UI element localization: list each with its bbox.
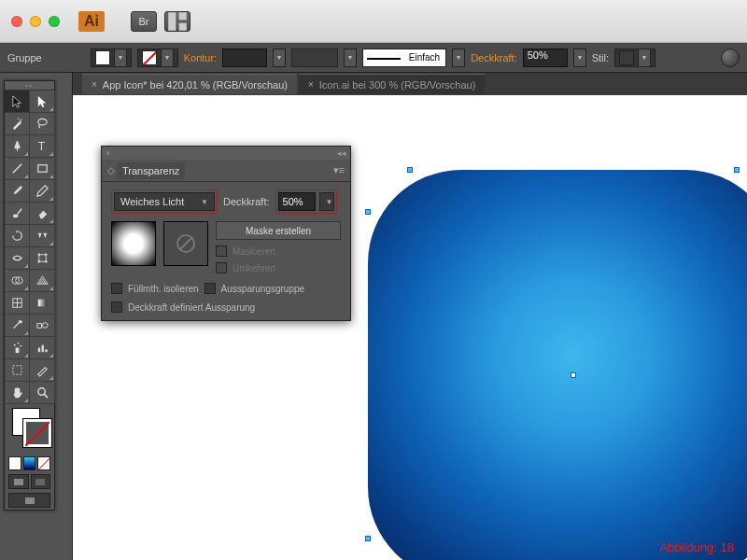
panel-opacity-input[interactable]: 50% — [278, 192, 316, 211]
transparency-panel: × ◂◂ ◇ Transparenz ▾≡ Weiches Licht ▼ De… — [101, 146, 351, 321]
eraser-tool[interactable] — [30, 203, 55, 225]
svg-point-12 — [45, 254, 47, 256]
document-tab-label: App Icon* bei 420,01 % (RGB/Vorschau) — [103, 79, 288, 91]
lasso-tool[interactable] — [30, 113, 55, 135]
zoom-tool[interactable] — [30, 382, 55, 404]
chevron-down-icon[interactable]: ▾ — [273, 49, 286, 67]
perspective-grid-tool[interactable] — [30, 270, 55, 292]
shape-builder-tool[interactable] — [5, 270, 30, 292]
center-point[interactable] — [571, 372, 576, 378]
draw-behind-icon[interactable] — [31, 474, 51, 489]
stroke-color-swatch[interactable] — [23, 419, 51, 447]
eyedropper-tool[interactable] — [5, 315, 30, 337]
close-panel-icon[interactable]: × — [106, 148, 110, 158]
pencil-tool[interactable] — [30, 180, 55, 203]
close-window-icon[interactable] — [11, 16, 22, 27]
style-swatch — [619, 50, 634, 65]
gradient-tool[interactable] — [30, 292, 55, 315]
arrange-documents-button[interactable] — [164, 11, 190, 32]
type-tool[interactable]: T — [30, 135, 55, 158]
svg-rect-20 — [37, 300, 46, 307]
svg-point-22 — [42, 323, 48, 329]
color-mode-gradient[interactable] — [23, 456, 36, 470]
close-tab-icon[interactable]: × — [92, 79, 97, 90]
opacity-dropdown[interactable]: ▼ — [319, 192, 334, 211]
cycle-panel-icon[interactable]: ◇ — [107, 165, 113, 175]
rectangle-tool[interactable] — [30, 158, 55, 180]
slice-tool[interactable] — [30, 359, 55, 382]
direct-selection-tool[interactable] — [30, 91, 55, 113]
reflect-tool[interactable] — [30, 225, 55, 247]
make-mask-button[interactable]: Maske erstellen — [216, 221, 341, 240]
style-swatch-well[interactable]: ▾ — [614, 49, 655, 67]
column-graph-tool[interactable] — [30, 337, 55, 359]
fill-swatch-well[interactable]: ▾ — [91, 49, 132, 67]
free-transform-tool[interactable] — [30, 247, 55, 270]
pen-tool[interactable] — [5, 135, 30, 158]
anchor-point[interactable] — [365, 209, 371, 215]
svg-line-34 — [180, 238, 191, 249]
minimize-window-icon[interactable] — [30, 16, 41, 27]
svg-point-11 — [37, 254, 39, 256]
anchor-point[interactable] — [365, 536, 371, 541]
collapse-panel-icon[interactable]: ◂◂ — [337, 148, 346, 158]
chevron-down-icon[interactable]: ▾ — [161, 49, 174, 67]
mesh-tool[interactable] — [5, 292, 30, 315]
stroke-swatch-well[interactable]: ▾ — [137, 49, 178, 67]
knockout-group-checkbox[interactable]: Aussparungsgruppe — [204, 283, 305, 294]
document-tab-inactive[interactable]: × Icon.ai bei 300 % (RGB/Vorschau) — [299, 74, 485, 94]
artboard-tool[interactable] — [5, 359, 30, 382]
magic-wand-tool[interactable] — [5, 113, 30, 135]
clip-checkbox: Maskieren — [216, 245, 341, 257]
svg-line-7 — [12, 164, 21, 173]
panel-grip[interactable]: •• — [5, 81, 54, 91]
svg-rect-23 — [15, 348, 19, 354]
screen-mode-button[interactable] — [8, 493, 50, 508]
toolbox: •• T — [4, 80, 55, 511]
document-setup-icon[interactable] — [721, 49, 740, 67]
traffic-lights — [11, 16, 60, 27]
chevron-down-icon[interactable]: ▾ — [344, 49, 357, 67]
rotate-tool[interactable] — [5, 225, 30, 247]
stil-label: Stil: — [592, 52, 609, 63]
close-tab-icon[interactable]: × — [308, 79, 314, 90]
fill-stroke-control[interactable] — [5, 404, 54, 455]
color-mode-row — [5, 455, 54, 472]
anchor-point[interactable] — [407, 167, 413, 173]
opacity-input[interactable]: 50% — [523, 49, 568, 67]
color-mode-solid[interactable] — [8, 456, 21, 470]
panel-header[interactable]: × ◂◂ — [102, 147, 350, 160]
svg-point-4 — [17, 118, 19, 119]
hand-tool[interactable] — [5, 382, 30, 404]
zoom-window-icon[interactable] — [49, 16, 60, 27]
chevron-down-icon[interactable]: ▾ — [114, 49, 127, 67]
document-tab-active[interactable]: × App Icon* bei 420,01 % (RGB/Vorschau) — [82, 74, 297, 94]
panel-tab-transparenz[interactable]: Transparenz — [117, 162, 185, 179]
chevron-down-icon[interactable]: ▾ — [638, 49, 651, 67]
stroke-weight-input[interactable] — [222, 49, 267, 67]
svg-point-26 — [20, 345, 21, 347]
object-thumbnail[interactable] — [111, 221, 156, 266]
chevron-down-icon[interactable]: ▾ — [573, 49, 586, 67]
color-mode-none[interactable] — [37, 456, 50, 470]
draw-normal-icon[interactable] — [8, 474, 29, 489]
svg-rect-21 — [36, 324, 41, 329]
line-tool[interactable] — [5, 158, 30, 180]
selection-tool[interactable] — [5, 91, 30, 113]
svg-point-13 — [37, 260, 39, 262]
paintbrush-tool[interactable] — [5, 180, 30, 203]
stroke-profile-dropdown[interactable] — [291, 49, 338, 67]
anchor-point[interactable] — [734, 167, 740, 173]
blob-brush-tool[interactable] — [5, 203, 30, 225]
bridge-button[interactable]: Br — [131, 11, 157, 32]
blend-mode-dropdown[interactable]: Weiches Licht ▼ — [114, 192, 215, 211]
chevron-down-icon[interactable]: ▾ — [452, 49, 465, 67]
symbol-sprayer-tool[interactable] — [5, 337, 30, 359]
opacity-defines-knockout-checkbox[interactable]: Deckkraft definiert Aussparung — [111, 301, 341, 313]
width-tool[interactable] — [5, 247, 30, 270]
brush-definition-dropdown[interactable]: Einfach — [362, 49, 446, 67]
blend-tool[interactable] — [30, 315, 55, 337]
isolate-blending-checkbox[interactable]: Füllmth. isolieren — [111, 283, 199, 294]
panel-menu-icon[interactable]: ▾≡ — [333, 164, 345, 176]
mask-thumbnail[interactable] — [163, 221, 208, 266]
